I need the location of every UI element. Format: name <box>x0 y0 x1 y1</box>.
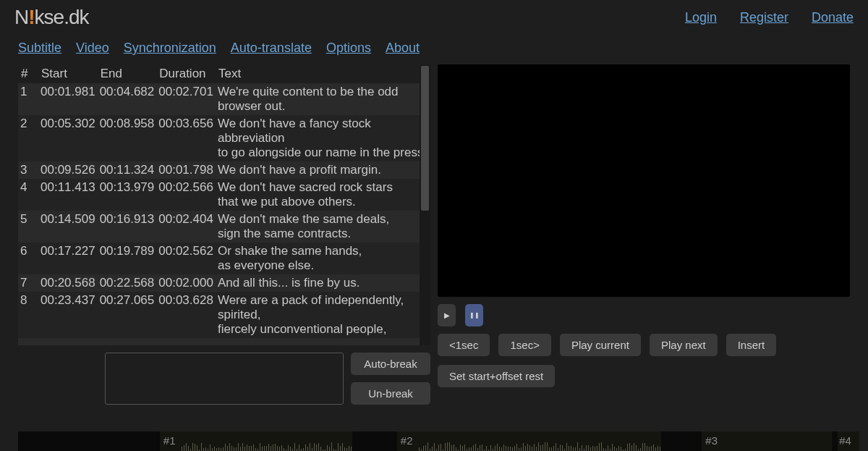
waveform-segment-1[interactable]: #1 <box>160 431 352 451</box>
cell-text: Were are a pack of independently, spirit… <box>216 292 430 338</box>
tab-options[interactable]: Options <box>326 41 371 56</box>
cell-end: 00:08.958 <box>98 115 157 161</box>
cell-end: 00:22.568 <box>98 274 157 292</box>
wave-bars-2 <box>397 431 661 451</box>
cell-end: 00:04.682 <box>98 83 157 115</box>
tab-video[interactable]: Video <box>76 41 109 56</box>
cell-text: And all this... is fine by us. <box>216 274 430 292</box>
waveform-label-3: #3 <box>705 434 718 447</box>
donate-link[interactable]: Donate <box>812 10 854 25</box>
cell-text: We don't make the same deals, sign the s… <box>216 211 430 243</box>
table-row[interactable]: 400:11.41300:13.97900:02.566We don't hav… <box>18 179 430 211</box>
cell-start: 00:14.509 <box>38 211 98 243</box>
cell-start: 00:11.413 <box>38 179 98 211</box>
cell-duration: 00:02.701 <box>156 83 216 115</box>
cell-duration: 00:03.628 <box>156 292 216 338</box>
video-player[interactable] <box>438 64 850 297</box>
back-1sec-button[interactable]: <1sec <box>438 334 490 356</box>
subtitle-table-container: # Start End Duration Text 100:01.98100:0… <box>18 64 430 345</box>
set-start-offset-button[interactable]: Set start+offset rest <box>438 365 555 387</box>
cell-num: 7 <box>18 274 38 292</box>
waveform-segment-pre[interactable] <box>18 431 160 451</box>
waveform-segment-3[interactable]: #3 <box>702 431 832 451</box>
auto-break-button[interactable]: Auto-break <box>351 353 430 375</box>
cell-end: 00:19.789 <box>98 243 157 274</box>
header: N!kse.dk Login Register Donate <box>0 0 868 35</box>
scrollbar-thumb[interactable] <box>421 66 429 211</box>
table-row[interactable]: 300:09.52600:11.32400:01.798We don't hav… <box>18 161 430 179</box>
header-text[interactable]: Text <box>216 64 430 83</box>
main-area: # Start End Duration Text 100:01.98100:0… <box>0 64 868 405</box>
site-logo[interactable]: N!kse.dk <box>14 6 89 29</box>
waveform-segment-4[interactable]: #4 <box>838 431 859 451</box>
action-buttons: <1sec 1sec> Play current Play next Inser… <box>438 334 850 387</box>
tab-auto-translate[interactable]: Auto-translate <box>231 41 312 56</box>
cell-num: 6 <box>18 243 38 274</box>
cell-start: 00:17.227 <box>38 243 98 274</box>
table-row[interactable]: 100:01.98100:04.68200:02.701We're quite … <box>18 83 430 115</box>
cell-end: 00:13.979 <box>98 179 157 211</box>
cell-duration: 00:02.000 <box>156 274 216 292</box>
pause-icon: ❚❚ <box>469 312 480 319</box>
cell-num: 3 <box>18 161 38 179</box>
edit-row: Auto-break Un-break <box>18 353 430 405</box>
waveform-segment-gap3[interactable] <box>832 431 838 451</box>
play-next-button[interactable]: Play next <box>650 334 718 356</box>
waveform-segment-gap2[interactable] <box>661 431 702 451</box>
cell-num: 2 <box>18 115 38 161</box>
header-start[interactable]: Start <box>38 64 98 83</box>
table-row[interactable]: 700:20.56800:22.56800:02.000And all this… <box>18 274 430 292</box>
cell-end: 00:16.913 <box>98 211 157 243</box>
table-row[interactable]: 500:14.50900:16.91300:02.404We don't mak… <box>18 211 430 243</box>
header-duration[interactable]: Duration <box>156 64 216 83</box>
subtitle-text-editor[interactable] <box>105 353 344 405</box>
wave-bars-1 <box>160 431 352 451</box>
cell-num: 8 <box>18 292 38 338</box>
header-num[interactable]: # <box>18 64 38 83</box>
cell-end: 00:27.065 <box>98 292 157 338</box>
table-header-row: # Start End Duration Text <box>18 64 430 83</box>
register-link[interactable]: Register <box>740 10 788 25</box>
logo-exclamation: ! <box>28 6 34 28</box>
header-links: Login Register Donate <box>685 10 854 25</box>
cell-duration: 00:03.656 <box>156 115 216 161</box>
cell-duration: 00:02.404 <box>156 211 216 243</box>
break-buttons: Auto-break Un-break <box>351 353 430 405</box>
waveform-segment-gap1[interactable] <box>352 431 397 451</box>
table-row[interactable]: 800:23.43700:27.06500:03.628Were are a p… <box>18 292 430 338</box>
tab-synchronization[interactable]: Synchronization <box>124 41 216 56</box>
waveform-area[interactable]: #1 #2 #3 #4 <box>18 431 859 451</box>
play-icon: ▶ <box>444 311 450 319</box>
cell-start: 00:20.568 <box>38 274 98 292</box>
cell-end: 00:11.324 <box>98 161 157 179</box>
table-scrollbar[interactable] <box>420 64 430 345</box>
left-panel: # Start End Duration Text 100:01.98100:0… <box>18 64 430 405</box>
play-current-button[interactable]: Play current <box>560 334 641 356</box>
login-link[interactable]: Login <box>685 10 717 25</box>
cell-duration: 00:01.798 <box>156 161 216 179</box>
cell-num: 4 <box>18 179 38 211</box>
insert-button[interactable]: Insert <box>726 334 777 356</box>
header-end[interactable]: End <box>98 64 157 83</box>
pause-button[interactable]: ❚❚ <box>465 304 483 326</box>
forward-1sec-button[interactable]: 1sec> <box>498 334 550 356</box>
cell-text: We're quite content to be the odd browse… <box>216 83 430 115</box>
cell-duration: 00:02.566 <box>156 179 216 211</box>
waveform-label-4: #4 <box>839 434 851 447</box>
cell-text: We don't have a fancy stock abbreviation… <box>216 115 430 161</box>
cell-start: 00:23.437 <box>38 292 98 338</box>
tab-about[interactable]: About <box>386 41 420 56</box>
play-button[interactable]: ▶ <box>438 304 456 326</box>
subtitle-table: # Start End Duration Text 100:01.98100:0… <box>18 64 430 338</box>
cell-start: 00:09.526 <box>38 161 98 179</box>
table-row[interactable]: 200:05.30200:08.95800:03.656We don't hav… <box>18 115 430 161</box>
waveform-segment-2[interactable]: #2 <box>397 431 661 451</box>
tab-subtitle[interactable]: Subtitle <box>18 41 61 56</box>
logo-text-rest: kse.dk <box>35 6 89 28</box>
table-row[interactable]: 600:17.22700:19.78900:02.562Or shake the… <box>18 243 430 274</box>
cell-text: We don't have sacred rock stars that we … <box>216 179 430 211</box>
cell-start: 00:05.302 <box>38 115 98 161</box>
cell-text: Or shake the same hands, as everyone els… <box>216 243 430 274</box>
un-break-button[interactable]: Un-break <box>351 382 430 405</box>
playback-controls: ▶ ❚❚ <box>438 304 850 326</box>
